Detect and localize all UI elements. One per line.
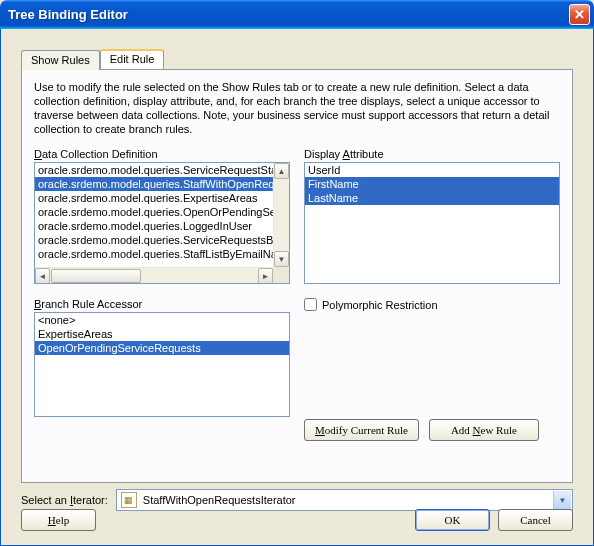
scroll-left-icon[interactable]: ◄ bbox=[35, 268, 50, 284]
list-item[interactable]: <none> bbox=[35, 313, 289, 327]
window-title: Tree Binding Editor bbox=[8, 7, 569, 22]
intro-text: Use to modify the rule selected on the S… bbox=[34, 80, 560, 136]
list-item[interactable]: oracle.srdemo.model.queries.ServiceReque… bbox=[35, 233, 273, 247]
iterator-icon: ▦ bbox=[121, 492, 137, 508]
scroll-right-icon[interactable]: ► bbox=[258, 268, 273, 284]
add-new-rule-button[interactable]: Add New Rule bbox=[429, 419, 539, 441]
dialog-button-bar: Help OK Cancel bbox=[21, 509, 573, 531]
polymorphic-label[interactable]: Polymorphic Restriction bbox=[322, 299, 438, 311]
branch-rule-listbox[interactable]: <none>ExpertiseAreasOpenOrPendingService… bbox=[34, 312, 290, 417]
display-attribute-listbox[interactable]: UserIdFirstNameLastName bbox=[304, 162, 560, 284]
vertical-scrollbar[interactable]: ▲ ▼ bbox=[273, 163, 289, 267]
scroll-corner bbox=[273, 267, 289, 283]
iterator-combobox[interactable]: ▦ StaffWithOpenRequestsIterator ▼ bbox=[116, 489, 573, 511]
polymorphic-restriction-row: Polymorphic Restriction bbox=[304, 298, 560, 311]
branch-rule-label: Branch Rule Accessor bbox=[34, 298, 290, 310]
list-item[interactable]: OpenOrPendingServiceRequests bbox=[35, 341, 289, 355]
scroll-down-icon[interactable]: ▼ bbox=[274, 251, 289, 267]
tab-panel-edit-rule: Use to modify the rule selected on the S… bbox=[21, 69, 573, 483]
tab-strip: Show Rules Edit Rule bbox=[21, 49, 164, 69]
chevron-down-icon[interactable]: ▼ bbox=[553, 491, 571, 509]
tab-label: Show Rules bbox=[31, 54, 90, 66]
help-button[interactable]: Help bbox=[21, 509, 96, 531]
scroll-thumb[interactable] bbox=[51, 269, 141, 283]
list-item[interactable]: UserId bbox=[305, 163, 559, 177]
select-iterator-label: Select an Iterator: bbox=[21, 494, 108, 506]
tab-show-rules[interactable]: Show Rules bbox=[21, 50, 100, 70]
polymorphic-checkbox[interactable] bbox=[304, 298, 317, 311]
iterator-value: StaffWithOpenRequestsIterator bbox=[143, 494, 296, 506]
horizontal-scrollbar[interactable]: ◄ ► bbox=[35, 267, 273, 283]
close-button[interactable]: ✕ bbox=[569, 4, 590, 25]
ok-button[interactable]: OK bbox=[415, 509, 490, 531]
list-item[interactable]: oracle.srdemo.model.queries.OpenOrPendin… bbox=[35, 205, 273, 219]
list-item[interactable]: LastName bbox=[305, 191, 559, 205]
list-item[interactable]: FirstName bbox=[305, 177, 559, 191]
display-attribute-label: Display Attribute bbox=[304, 148, 560, 160]
scroll-up-icon[interactable]: ▲ bbox=[274, 163, 289, 179]
list-item[interactable]: oracle.srdemo.model.queries.ExpertiseAre… bbox=[35, 191, 273, 205]
cancel-button[interactable]: Cancel bbox=[498, 509, 573, 531]
list-item[interactable]: oracle.srdemo.model.queries.StaffListByE… bbox=[35, 247, 273, 261]
list-item[interactable]: oracle.srdemo.model.queries.ServiceReque… bbox=[35, 163, 273, 177]
list-item[interactable]: oracle.srdemo.model.queries.LoggedInUser bbox=[35, 219, 273, 233]
list-item[interactable]: ExpertiseAreas bbox=[35, 327, 289, 341]
data-collection-label: Data Collection Definition bbox=[34, 148, 290, 160]
tab-label: Edit Rule bbox=[110, 53, 155, 65]
close-icon: ✕ bbox=[574, 7, 585, 22]
modify-current-rule-button[interactable]: Modify Current Rule bbox=[304, 419, 419, 441]
dialog-body: Show Rules Edit Rule Use to modify the r… bbox=[0, 29, 594, 546]
iterator-row: Select an Iterator: ▦ StaffWithOpenReque… bbox=[21, 489, 573, 511]
title-bar: Tree Binding Editor ✕ bbox=[0, 0, 594, 29]
tab-edit-rule[interactable]: Edit Rule bbox=[100, 49, 165, 69]
list-item[interactable]: oracle.srdemo.model.queries.StaffWithOpe… bbox=[35, 177, 273, 191]
data-collection-listbox[interactable]: oracle.srdemo.model.queries.ServiceReque… bbox=[34, 162, 290, 284]
